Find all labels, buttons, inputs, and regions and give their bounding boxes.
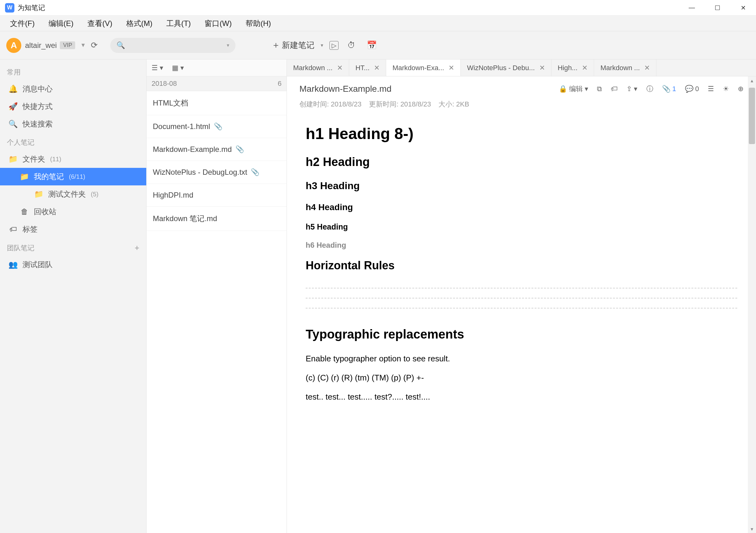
tab[interactable]: High...✕: [552, 60, 594, 76]
doc-meta: 创建时间: 2018/8/23 更新时间: 2018/8/23 大小: 2KB: [299, 99, 743, 109]
sidebar-section-common: 常用: [0, 63, 146, 80]
sidebar-item-shortcut[interactable]: 🚀快捷方式: [0, 98, 146, 115]
horizontal-rule: [306, 298, 737, 299]
menu-help[interactable]: 帮助(H): [239, 16, 278, 31]
calendar-icon[interactable]: 📅: [364, 40, 379, 50]
tab[interactable]: Markdown ...✕: [594, 60, 657, 76]
outline-icon[interactable]: ☰: [708, 85, 714, 93]
sidebar-team-item[interactable]: 👥测试团队: [0, 256, 146, 273]
scrollbar-thumb[interactable]: [749, 88, 755, 144]
sidebar-folder-root[interactable]: 📁文件夹 (11): [0, 150, 146, 168]
doc-actions: 🔒编辑 ▾ ⧉ 🏷 ⇪ ▾ ⓘ 📎1 💬0 ☰ ☀ ⊕: [559, 84, 743, 93]
grid-view-icon[interactable]: ▦ ▾: [172, 64, 184, 72]
doc-body[interactable]: h1 Heading 8-) h2 Heading h3 Heading h4 …: [287, 112, 756, 533]
window-controls: — ☐ ✕: [679, 0, 756, 16]
note-item[interactable]: WizNotePlus - DebugLog.txt📎: [147, 161, 286, 184]
menu-format[interactable]: 格式(M): [119, 16, 159, 31]
attachment-button[interactable]: 📎1: [662, 85, 676, 93]
new-note-label: 新建笔记: [282, 40, 314, 51]
sidebar-folder-test[interactable]: 📁测试文件夹 (5): [0, 185, 146, 203]
doc-title[interactable]: Markdown-Example.md: [299, 84, 559, 94]
scrollbar[interactable]: ▴ ▾: [748, 76, 756, 533]
trash-icon: 🗑: [20, 207, 29, 216]
close-icon[interactable]: ✕: [539, 64, 545, 72]
h4: h4 Heading: [306, 202, 737, 212]
attachment-icon: 📎: [214, 122, 222, 131]
note-item[interactable]: Markdown 笔记.md: [147, 207, 286, 231]
search-input[interactable]: 🔍 ▾: [110, 38, 235, 53]
menu-window[interactable]: 窗口(W): [198, 16, 239, 31]
sync-icon[interactable]: ⟳: [91, 40, 98, 50]
tag-icon: 🏷: [9, 225, 17, 234]
group-count: 6: [278, 80, 282, 88]
timer-icon[interactable]: ⏱: [345, 40, 358, 50]
typo-heading: Typographic replacements: [306, 327, 737, 341]
notelist-toolbar: ☰ ▾ ▦ ▾: [147, 60, 286, 76]
close-icon[interactable]: ✕: [374, 64, 380, 72]
sidebar-tags[interactable]: 🏷标签: [0, 221, 146, 238]
chevron-down-icon[interactable]: ▾: [321, 42, 323, 48]
horizontal-rule: [306, 288, 737, 288]
comment-button[interactable]: 💬0: [685, 85, 699, 93]
paragraph: test.. test... test..... test?..... test…: [306, 392, 737, 402]
list-view-icon[interactable]: ☰ ▾: [151, 64, 163, 72]
theme-icon[interactable]: ☀: [723, 85, 729, 93]
note-item[interactable]: Document-1.html📎: [147, 115, 286, 138]
close-icon[interactable]: ✕: [337, 64, 343, 72]
tag-icon[interactable]: 🏷: [611, 85, 618, 93]
menu-view[interactable]: 查看(V): [80, 16, 119, 31]
search-icon: 🔍: [9, 120, 17, 128]
doc-header: Markdown-Example.md 🔒编辑 ▾ ⧉ 🏷 ⇪ ▾ ⓘ 📎1 💬…: [287, 76, 756, 112]
tab-active[interactable]: Markdown-Exa...✕: [386, 60, 461, 76]
window-title: 为知笔记: [17, 3, 45, 13]
scroll-up-icon[interactable]: ▴: [748, 76, 756, 85]
group-icon: 👥: [9, 260, 17, 269]
tab[interactable]: HT...✕: [349, 60, 386, 76]
vip-badge: VIP: [60, 41, 75, 49]
menu-tools[interactable]: 工具(T): [159, 16, 198, 31]
sidebar-item-messages[interactable]: 🔔消息中心: [0, 80, 146, 98]
sidebar-folder-mynotes[interactable]: 📁我的笔记 (6/11): [0, 168, 146, 185]
note-list: ☰ ▾ ▦ ▾ 2018-08 6 HTML文档 Document-1.html…: [147, 60, 287, 533]
new-note-button[interactable]: + 新建笔记 ▾: [273, 40, 323, 51]
folder-icon: 📁: [20, 172, 29, 181]
sidebar: 常用 🔔消息中心 🚀快捷方式 🔍快速搜索 个人笔记 📁文件夹 (11) 📁我的笔…: [0, 60, 147, 533]
close-icon[interactable]: ✕: [582, 64, 587, 72]
search-icon: 🔍: [117, 41, 125, 49]
paragraph: (c) (C) (r) (R) (tm) (TM) (p) (P) +-: [306, 373, 737, 383]
minimize-button[interactable]: —: [679, 0, 705, 16]
external-icon[interactable]: ⧉: [597, 85, 602, 93]
toolbar: A altair_wei VIP ▼ ⟳ 🔍 ▾ + 新建笔记 ▾ ▷ ⏱ 📅: [0, 31, 756, 60]
username[interactable]: altair_wei: [25, 41, 57, 50]
rocket-icon: 🚀: [9, 102, 17, 111]
play-icon[interactable]: ▷: [330, 41, 338, 50]
scroll-down-icon[interactable]: ▾: [748, 525, 756, 533]
tab[interactable]: WizNotePlus - Debu...✕: [461, 60, 551, 76]
sidebar-recycle[interactable]: 🗑回收站: [0, 203, 146, 221]
close-button[interactable]: ✕: [730, 0, 756, 16]
close-icon[interactable]: ✕: [644, 64, 650, 72]
share-icon[interactable]: ⇪ ▾: [626, 85, 637, 93]
tab[interactable]: Markdown ...✕: [287, 60, 349, 76]
add-team-button[interactable]: +: [135, 243, 139, 253]
note-item[interactable]: HTML文档: [147, 91, 286, 115]
sidebar-section-personal: 个人笔记: [0, 133, 146, 150]
info-icon[interactable]: ⓘ: [646, 84, 653, 93]
zoom-icon[interactable]: ⊕: [738, 85, 743, 93]
comment-icon: 💬: [685, 85, 693, 93]
tabs: Markdown ...✕ HT...✕ Markdown-Exa...✕ Wi…: [287, 60, 756, 76]
menu-edit[interactable]: 编辑(E): [41, 16, 80, 31]
close-icon[interactable]: ✕: [448, 64, 454, 72]
user-dropdown-icon[interactable]: ▼: [80, 42, 86, 48]
attachment-icon: 📎: [235, 145, 244, 153]
edit-button[interactable]: 🔒编辑 ▾: [559, 84, 588, 93]
avatar[interactable]: A: [6, 38, 21, 53]
sidebar-item-quicksearch[interactable]: 🔍快速搜索: [0, 115, 146, 133]
h5: h5 Heading: [306, 222, 737, 231]
maximize-button[interactable]: ☐: [705, 0, 730, 16]
note-item[interactable]: HighDPI.md: [147, 184, 286, 207]
menu-file[interactable]: 文件(F): [3, 16, 41, 31]
main: 常用 🔔消息中心 🚀快捷方式 🔍快速搜索 个人笔记 📁文件夹 (11) 📁我的笔…: [0, 60, 756, 533]
note-item[interactable]: Markdown-Example.md📎: [147, 138, 286, 161]
search-dropdown-icon[interactable]: ▾: [227, 42, 229, 48]
